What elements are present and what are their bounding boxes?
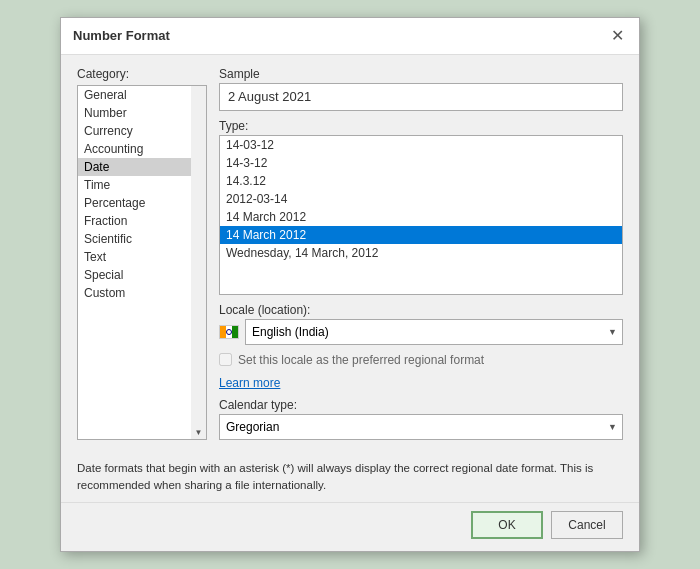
cancel-button[interactable]: Cancel (551, 511, 623, 539)
type-item[interactable]: 14 March 2012 (220, 226, 622, 244)
type-item[interactable]: 14.3.12 (220, 172, 622, 190)
footer-note: Date formats that begin with an asterisk… (61, 452, 639, 503)
category-item[interactable]: Currency (78, 122, 191, 140)
sample-value: 2 August 2021 (219, 83, 623, 111)
left-panel: Category: GeneralNumberCurrencyAccountin… (77, 67, 207, 440)
dialog-body: Category: GeneralNumberCurrencyAccountin… (61, 55, 639, 452)
category-item[interactable]: Time (78, 176, 191, 194)
type-item[interactable]: 14 March 2012 (220, 208, 622, 226)
calendar-section: Calendar type: GregorianHijriHebrew (219, 398, 623, 440)
sample-section: Sample 2 August 2021 (219, 67, 623, 111)
type-list[interactable]: 14-03-1214-3-1214.3.122012-03-1414 March… (219, 135, 623, 295)
locale-section: Locale (location): English (India)Englis… (219, 303, 623, 345)
locale-select[interactable]: English (India)English (US)English (UK) (245, 319, 623, 345)
category-item[interactable]: Date (78, 158, 191, 176)
category-item[interactable]: Accounting (78, 140, 191, 158)
category-item[interactable]: Text (78, 248, 191, 266)
locale-label: Locale (location): (219, 303, 623, 317)
dialog-footer: OK Cancel (61, 502, 639, 551)
type-section: Type: 14-03-1214-3-1214.3.122012-03-1414… (219, 119, 623, 295)
type-item[interactable]: 14-3-12 (220, 154, 622, 172)
category-item[interactable]: Percentage (78, 194, 191, 212)
category-item[interactable]: Scientific (78, 230, 191, 248)
category-item[interactable]: Custom (78, 284, 191, 302)
preferred-locale-checkbox[interactable] (219, 353, 232, 366)
preferred-locale-row: Set this locale as the preferred regiona… (219, 353, 623, 367)
number-format-dialog: Number Format ✕ Category: GeneralNumberC… (60, 17, 640, 553)
type-item[interactable]: Wednesday, 14 March, 2012 (220, 244, 622, 262)
category-list[interactable]: GeneralNumberCurrencyAccountingDateTimeP… (77, 85, 191, 440)
dialog-title: Number Format (73, 28, 170, 43)
type-label: Type: (219, 119, 623, 133)
learn-more-link[interactable]: Learn more (219, 376, 280, 390)
sample-label: Sample (219, 67, 623, 81)
title-bar: Number Format ✕ (61, 18, 639, 55)
right-panel: Sample 2 August 2021 Type: 14-03-1214-3-… (219, 67, 623, 440)
category-item[interactable]: Special (78, 266, 191, 284)
preferred-locale-label: Set this locale as the preferred regiona… (238, 353, 484, 367)
calendar-select[interactable]: GregorianHijriHebrew (219, 414, 623, 440)
flag-wheel (226, 329, 232, 335)
category-scrollbar[interactable]: ▼ (191, 85, 207, 440)
category-item[interactable]: Fraction (78, 212, 191, 230)
locale-select-wrapper: English (India)English (US)English (UK) (245, 319, 623, 345)
category-item[interactable]: Number (78, 104, 191, 122)
category-item[interactable]: General (78, 86, 191, 104)
india-flag-icon (219, 325, 239, 339)
type-item[interactable]: 14-03-12 (220, 136, 622, 154)
ok-button[interactable]: OK (471, 511, 543, 539)
close-button[interactable]: ✕ (607, 26, 627, 46)
scroll-down-arrow[interactable]: ▼ (195, 428, 203, 437)
calendar-select-wrapper: GregorianHijriHebrew (219, 414, 623, 440)
type-item[interactable]: 2012-03-14 (220, 190, 622, 208)
category-label: Category: (77, 67, 207, 81)
calendar-label: Calendar type: (219, 398, 623, 412)
